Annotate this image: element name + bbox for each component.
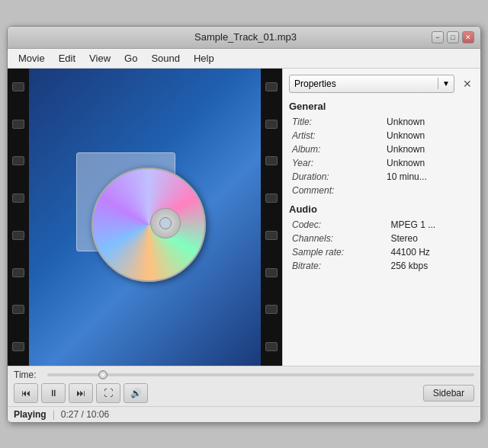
sidebar-header: Properties ▼ ✕ bbox=[289, 75, 474, 93]
fullscreen-button[interactable]: ⛶ bbox=[96, 383, 120, 403]
properties-dropdown-label[interactable]: Properties bbox=[290, 75, 438, 92]
cd-artwork bbox=[76, 152, 214, 282]
film-hole bbox=[12, 342, 24, 351]
film-hole bbox=[265, 82, 278, 91]
cd-disc bbox=[92, 168, 206, 282]
volume-button[interactable]: 🔊 bbox=[124, 383, 148, 403]
table-row: Sample rate: 44100 Hz bbox=[289, 245, 474, 259]
prop-samplerate-label: Sample rate: bbox=[289, 245, 387, 259]
film-hole bbox=[265, 120, 278, 129]
film-strip-left bbox=[8, 69, 29, 366]
prop-channels-label: Channels: bbox=[289, 232, 387, 245]
film-hole bbox=[12, 268, 24, 277]
playback-time: 0:27 / 10:06 bbox=[61, 409, 109, 420]
playback-status: Playing bbox=[14, 409, 47, 420]
window-title: Sample_Track_01.mp3 bbox=[59, 31, 432, 43]
prop-codec-label: Codec: bbox=[289, 218, 387, 232]
menu-go[interactable]: Go bbox=[118, 50, 143, 66]
buttons-row: ⏮ ⏸ ⏭ ⛶ 🔊 Sidebar bbox=[14, 383, 474, 403]
general-properties-table: Title: Unknown Artist: Unknown Album: Un… bbox=[289, 115, 474, 197]
prop-title-value: Unknown bbox=[384, 115, 474, 129]
main-window: Sample_Track_01.mp3 − □ ✕ Movie Edit Vie… bbox=[7, 26, 481, 423]
prop-duration-label: Duration: bbox=[289, 170, 384, 184]
next-button[interactable]: ⏭ bbox=[69, 383, 93, 403]
table-row: Album: Unknown bbox=[289, 142, 474, 156]
film-hole bbox=[12, 231, 24, 240]
prop-title-label: Title: bbox=[289, 115, 384, 129]
controls-bar: Time: ⏮ ⏸ ⏭ ⛶ 🔊 Sidebar bbox=[8, 366, 480, 406]
prev-button[interactable]: ⏮ bbox=[14, 383, 38, 403]
menu-movie[interactable]: Movie bbox=[12, 50, 51, 66]
audio-properties-table: Codec: MPEG 1 ... Channels: Stereo Sampl… bbox=[289, 218, 474, 273]
content-area: Properties ▼ ✕ General Title: Unknown Ar… bbox=[8, 69, 480, 366]
time-slider[interactable] bbox=[47, 373, 474, 376]
prop-bitrate-value: 256 kbps bbox=[387, 259, 474, 273]
prop-album-value: Unknown bbox=[384, 142, 474, 156]
menu-edit[interactable]: Edit bbox=[53, 50, 82, 66]
prop-artist-value: Unknown bbox=[384, 129, 474, 142]
status-divider: | bbox=[53, 409, 55, 420]
general-section-title: General bbox=[289, 101, 474, 112]
audio-section-title: Audio bbox=[289, 203, 474, 215]
table-row: Year: Unknown bbox=[289, 156, 474, 170]
prop-codec-value: MPEG 1 ... bbox=[387, 218, 474, 232]
table-row: Bitrate: 256 kbps bbox=[289, 259, 474, 273]
pause-button[interactable]: ⏸ bbox=[41, 383, 66, 403]
table-row: Artist: Unknown bbox=[289, 129, 474, 142]
film-hole bbox=[12, 156, 24, 165]
maximize-button[interactable]: □ bbox=[447, 31, 459, 43]
prop-year-value: Unknown bbox=[384, 156, 474, 170]
table-row: Comment: bbox=[289, 184, 474, 197]
menu-bar: Movie Edit View Go Sound Help bbox=[8, 49, 480, 69]
film-hole bbox=[12, 305, 24, 314]
properties-sidebar: Properties ▼ ✕ General Title: Unknown Ar… bbox=[282, 69, 480, 366]
prop-comment-label: Comment: bbox=[289, 184, 384, 197]
prop-artist-label: Artist: bbox=[289, 129, 384, 142]
sidebar-toggle-button[interactable]: Sidebar bbox=[423, 385, 474, 402]
film-strip-right bbox=[261, 69, 282, 366]
prop-duration-value: 10 minu... bbox=[384, 170, 474, 184]
sidebar-close-button[interactable]: ✕ bbox=[461, 77, 474, 91]
prop-bitrate-label: Bitrate: bbox=[289, 259, 387, 273]
film-hole bbox=[265, 156, 278, 165]
menu-view[interactable]: View bbox=[83, 50, 117, 66]
film-hole bbox=[12, 194, 24, 203]
prop-year-label: Year: bbox=[289, 156, 384, 170]
video-panel bbox=[8, 69, 282, 366]
dropdown-arrow-icon[interactable]: ▼ bbox=[438, 78, 454, 89]
table-row: Title: Unknown bbox=[289, 115, 474, 129]
film-hole bbox=[265, 231, 278, 240]
prop-comment-value bbox=[384, 184, 474, 197]
cd-center-hole bbox=[159, 217, 172, 229]
menu-help[interactable]: Help bbox=[188, 50, 220, 66]
table-row: Channels: Stereo bbox=[289, 232, 474, 245]
window-controls: − □ ✕ bbox=[432, 31, 474, 43]
film-hole bbox=[265, 194, 278, 203]
time-slider-thumb bbox=[98, 370, 108, 379]
title-bar: Sample_Track_01.mp3 − □ ✕ bbox=[8, 27, 480, 49]
film-hole bbox=[12, 120, 24, 129]
prop-channels-value: Stereo bbox=[387, 232, 474, 245]
film-hole bbox=[12, 82, 24, 91]
table-row: Codec: MPEG 1 ... bbox=[289, 218, 474, 232]
video-background bbox=[29, 69, 261, 366]
minimize-button[interactable]: − bbox=[432, 31, 444, 43]
table-row: Duration: 10 minu... bbox=[289, 170, 474, 184]
film-hole bbox=[265, 342, 278, 351]
time-row: Time: bbox=[14, 370, 474, 380]
close-button[interactable]: ✕ bbox=[462, 31, 474, 43]
prop-album-label: Album: bbox=[289, 142, 384, 156]
film-hole bbox=[265, 268, 278, 277]
time-label: Time: bbox=[14, 370, 41, 380]
film-hole bbox=[265, 305, 278, 314]
prop-samplerate-value: 44100 Hz bbox=[387, 245, 474, 259]
status-bar: Playing | 0:27 / 10:06 bbox=[8, 406, 480, 422]
menu-sound[interactable]: Sound bbox=[145, 50, 186, 66]
